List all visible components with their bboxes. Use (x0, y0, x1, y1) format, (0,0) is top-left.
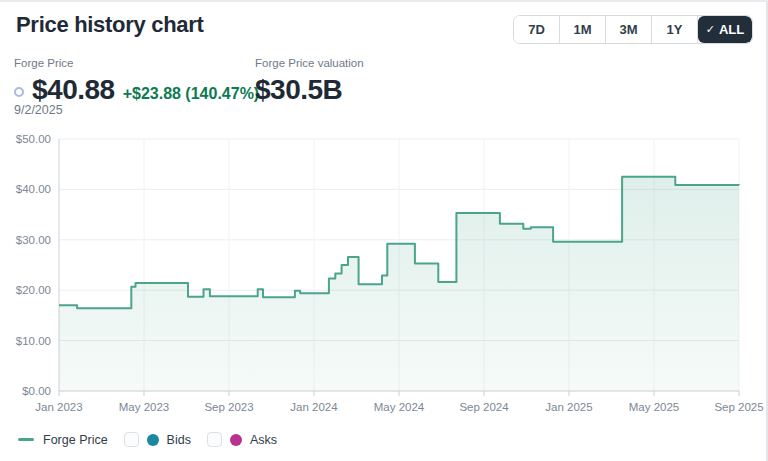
valuation-label: Forge Price valuation (255, 57, 364, 69)
range-button-3m[interactable]: 3M (606, 16, 652, 43)
legend-label-bids: Bids (167, 433, 191, 447)
svg-text:May 2025: May 2025 (629, 401, 680, 413)
price-marker-icon (14, 87, 24, 97)
legend-label-asks: Asks (250, 433, 277, 447)
svg-text:$50.00: $50.00 (16, 133, 51, 145)
price-history-card: Price history chart 7D 1M 3M 1Y ✓ ALL Fo… (0, 2, 768, 461)
legend-item-asks[interactable]: Asks (207, 432, 277, 447)
forge-price-label: Forge Price (14, 57, 73, 69)
asks-dot-icon (230, 434, 242, 446)
range-button-all[interactable]: ✓ ALL (698, 16, 752, 43)
checkmark-icon: ✓ (706, 24, 715, 35)
range-button-1m[interactable]: 1M (560, 16, 606, 43)
range-button-7d[interactable]: 7D (514, 16, 560, 43)
svg-text:Jan 2025: Jan 2025 (545, 401, 592, 413)
svg-text:$0.00: $0.00 (22, 385, 51, 397)
price-date: 9/2/2025 (14, 103, 63, 117)
forge-price-line-icon (18, 438, 34, 441)
chart-legend: Forge Price Bids Asks (18, 432, 277, 447)
svg-text:May 2023: May 2023 (119, 401, 170, 413)
range-button-group: 7D 1M 3M 1Y ✓ ALL (513, 15, 753, 44)
asks-checkbox[interactable] (207, 432, 222, 447)
range-button-1y[interactable]: 1Y (652, 16, 698, 43)
svg-text:May 2024: May 2024 (374, 401, 425, 413)
bids-checkbox[interactable] (124, 432, 139, 447)
legend-item-forge-price[interactable]: Forge Price (18, 433, 108, 447)
svg-text:$20.00: $20.00 (16, 284, 51, 296)
price-change: +$23.88 (140.47%) (123, 85, 260, 103)
svg-text:Sep 2025: Sep 2025 (714, 401, 763, 413)
svg-text:Sep 2024: Sep 2024 (459, 401, 509, 413)
range-button-1y-label: 1Y (667, 22, 683, 37)
range-button-all-label: ALL (719, 22, 744, 37)
price-history-chart[interactable]: $0.00$10.00$20.00$30.00$40.00$50.00Jan 2… (0, 130, 768, 422)
svg-text:Jan 2023: Jan 2023 (35, 401, 82, 413)
svg-text:Sep 2023: Sep 2023 (204, 401, 253, 413)
legend-item-bids[interactable]: Bids (124, 432, 191, 447)
legend-label-forge-price: Forge Price (43, 433, 108, 447)
valuation-value: $30.5B (255, 74, 342, 106)
current-price: $40.88 (32, 74, 115, 106)
range-button-7d-label: 7D (528, 22, 545, 37)
svg-text:$40.00: $40.00 (16, 183, 51, 195)
range-button-3m-label: 3M (619, 22, 637, 37)
page-title: Price history chart (16, 12, 204, 38)
svg-text:$10.00: $10.00 (16, 335, 51, 347)
price-row: $40.88 +$23.88 (140.47%) (14, 74, 259, 106)
range-button-1m-label: 1M (573, 22, 591, 37)
svg-text:$30.00: $30.00 (16, 234, 51, 246)
svg-text:Jan 2024: Jan 2024 (290, 401, 338, 413)
bids-dot-icon (147, 434, 159, 446)
